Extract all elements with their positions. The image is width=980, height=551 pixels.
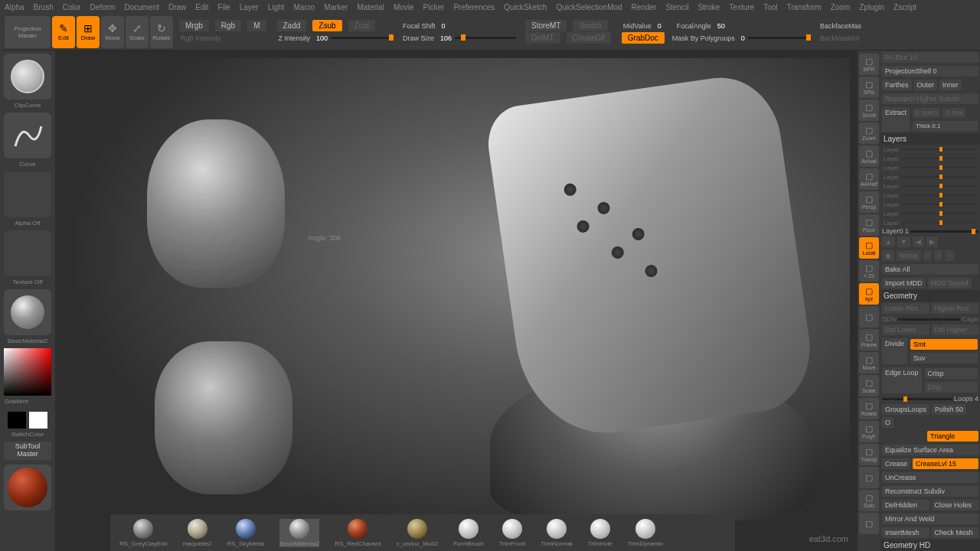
creaselvl-slider[interactable]: CreaseLvl 15 xyxy=(913,458,978,469)
higher-res-button[interactable]: Higher Res xyxy=(932,303,979,314)
layer-item[interactable]: Layer xyxy=(880,200,980,209)
thick-slider[interactable]: Thick 0.1 xyxy=(913,121,978,131)
layer01-slider[interactable] xyxy=(910,230,978,233)
layer-nav-left[interactable]: ◀ xyxy=(913,236,924,247)
edit-mode-button[interactable]: ✎Edit xyxy=(52,16,75,48)
zadd-button[interactable]: Zadd xyxy=(277,20,307,31)
suv-button[interactable]: Suv xyxy=(910,353,978,364)
esmt-button[interactable]: E Smt 5 xyxy=(913,108,940,118)
inner-button[interactable]: Inner xyxy=(939,80,962,90)
close-holes-button[interactable]: Close Holes xyxy=(932,500,979,510)
material-rs_skymetal[interactable]: RS_SkyMetal xyxy=(227,519,264,547)
layer-a[interactable]: ▫ xyxy=(923,250,932,261)
dock-floor-button[interactable]: ▢Floor xyxy=(859,214,879,236)
menu-transform[interactable]: Transform xyxy=(786,3,821,11)
menu-movie[interactable]: Movie xyxy=(394,3,414,11)
menu-material[interactable]: Material xyxy=(357,3,384,11)
menu-picker[interactable]: Picker xyxy=(423,3,445,11)
dock-local-button[interactable]: ▢Local xyxy=(859,237,879,259)
material-trimhole[interactable]: TrimHole xyxy=(588,519,612,547)
layer-nav-up[interactable]: ▲ xyxy=(882,236,895,247)
polish-o-button[interactable]: O xyxy=(882,417,893,428)
menu-deform[interactable]: Deform xyxy=(90,3,116,11)
material-formbrush[interactable]: FormBrush xyxy=(453,519,484,547)
dock-actual-button[interactable]: ▢Actual xyxy=(859,145,879,167)
storemt-button[interactable]: StoreMT xyxy=(525,20,567,31)
menu-light[interactable]: Light xyxy=(268,3,285,11)
delmt-button[interactable]: DelMT xyxy=(525,32,560,44)
mrgb-button[interactable]: Mrgb xyxy=(179,20,209,31)
del-lower-button[interactable]: Del Lower xyxy=(882,324,929,335)
menu-zscript[interactable]: Zscript xyxy=(893,3,916,11)
menu-brush[interactable]: Brush xyxy=(34,3,54,11)
farthest-button[interactable]: Farthes xyxy=(882,80,912,90)
dock-rotate-button[interactable]: ▢Rotate xyxy=(859,398,879,419)
layer-b[interactable]: ▫ xyxy=(934,250,942,261)
material-x_undoz_mud2[interactable]: x_undoz_Mud2 xyxy=(396,519,438,547)
dock-spix-button[interactable]: ▢SPix xyxy=(859,77,879,98)
extract-button[interactable]: Extract xyxy=(882,107,910,132)
menu-file[interactable]: File xyxy=(218,3,230,11)
triangle-button[interactable]: Triangle xyxy=(927,431,978,442)
layer-item[interactable]: Layer xyxy=(880,218,980,227)
menu-quicksketch[interactable]: QuickSketch xyxy=(504,3,547,11)
import-mdd-button[interactable]: Import MDD xyxy=(882,278,926,289)
layer-nav-right[interactable]: ▶ xyxy=(926,236,938,247)
mask-polygroups-slider[interactable] xyxy=(748,37,809,39)
switchcolor-label[interactable]: SwitchColor xyxy=(11,431,44,438)
divide-button[interactable]: Divide xyxy=(882,338,907,364)
sdiv-slider[interactable] xyxy=(898,318,960,321)
insertmesh-button[interactable]: InsertMesh xyxy=(882,527,929,538)
disp-button[interactable]: Disp xyxy=(925,382,978,393)
material-trimfront[interactable]: TrimFront xyxy=(499,519,525,547)
dock-blank-button[interactable]: ▢ xyxy=(859,306,879,328)
material-rs_redchavant[interactable]: RS_RedChavant xyxy=(335,519,381,547)
layer-item[interactable]: Layer xyxy=(880,172,980,181)
material-trimnormal[interactable]: TrimNormal xyxy=(541,519,572,547)
menu-macro[interactable]: Macro xyxy=(293,3,315,11)
del-higher-button[interactable]: Del Higher xyxy=(932,324,979,335)
move-mode-button[interactable]: ✥Move xyxy=(101,16,124,48)
equalize-button[interactable]: Equalize Surface Area xyxy=(882,445,978,455)
dock-polyf-button[interactable]: ▢PolyF xyxy=(859,421,879,442)
loops-slider[interactable] xyxy=(882,398,952,400)
uncrease-button[interactable]: UnCrease xyxy=(882,472,978,483)
menu-zplugin[interactable]: Zplugin xyxy=(859,3,884,11)
layer-nav-down[interactable]: ▼ xyxy=(897,236,910,247)
ssmt-button[interactable]: S Smt xyxy=(942,108,965,118)
layer-c[interactable]: ▫ xyxy=(945,250,953,261)
active-tool-slot[interactable] xyxy=(4,465,51,510)
layer-rec-button[interactable]: ◉ xyxy=(882,250,894,261)
layer-item[interactable]: Layer xyxy=(880,163,980,172)
rotate-mode-button[interactable]: ↻Rotate xyxy=(150,16,173,48)
draw-size-slider[interactable] xyxy=(455,37,516,39)
dock-zoom-button[interactable]: ▢Zoom xyxy=(859,122,879,144)
geometry-header[interactable]: Geometry xyxy=(880,290,980,302)
lower-res-button[interactable]: Lower Res xyxy=(882,303,929,314)
cage-button[interactable]: Cage xyxy=(962,315,978,323)
delhidden-button[interactable]: DelHidden xyxy=(882,500,929,510)
bake-all-button[interactable]: Bake All xyxy=(882,264,978,275)
layer-item[interactable]: Layer xyxy=(880,145,980,154)
viewport[interactable]: Angle: 306 RS_GreyClayExbmaquette2RS_Sky… xyxy=(55,51,858,551)
alpha-slot[interactable] xyxy=(4,171,51,217)
outer-button[interactable]: Outer xyxy=(914,80,938,90)
scale-mode-button[interactable]: ⤢Scale xyxy=(126,16,149,48)
material-trimdynamic[interactable]: TrimDynamic xyxy=(628,519,664,547)
switch-button[interactable]: Switch xyxy=(573,20,607,31)
dock-scale-button[interactable]: ▢Scale xyxy=(859,375,879,396)
check-mesh-button[interactable]: Check Mesh xyxy=(932,527,979,538)
dock-scroll-button[interactable]: ▢Scroll xyxy=(859,99,879,121)
reconstruct-button[interactable]: Reconstruct Subdiv xyxy=(882,486,978,497)
crisp-button[interactable]: Crisp xyxy=(925,368,978,379)
menu-stencil[interactable]: Stencil xyxy=(665,3,688,11)
material-slot[interactable] xyxy=(4,289,51,335)
crease-button[interactable]: Crease xyxy=(882,458,910,469)
dock-transp-button[interactable]: ▢Transp xyxy=(859,444,879,465)
edge-loop-button[interactable]: Edge Loop xyxy=(882,367,922,393)
smt-button[interactable]: Smt xyxy=(910,339,978,350)
dock-solo-button[interactable]: ▢Solo xyxy=(859,490,879,511)
pa-blur-slider[interactable]: PA Blur 10 xyxy=(882,52,978,63)
menu-alpha[interactable]: Alpha xyxy=(5,3,24,11)
z-intensity-slider[interactable] xyxy=(331,37,392,39)
